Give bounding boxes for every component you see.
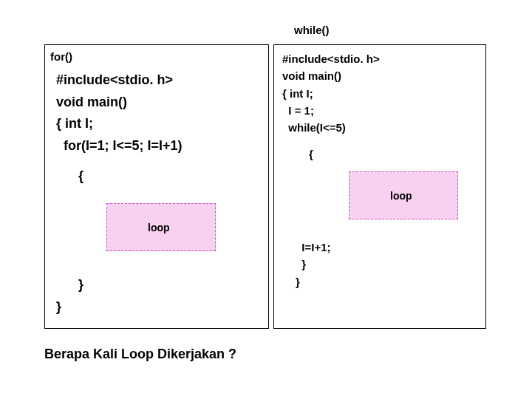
for-header-label: for() (50, 50, 72, 63)
loop-label-for: loop (148, 222, 170, 233)
while-code-text: #include<stdio. h> void main() { int I; … (282, 50, 380, 136)
for-code-text: #include<stdio. h> void main() { int I; … (56, 69, 183, 157)
while-brace-open: { (309, 148, 313, 160)
for-brace-close-outer: } (56, 299, 61, 315)
while-tail-text: I=I+1; } } (296, 239, 331, 290)
while-header-label: while() (294, 24, 330, 36)
loop-label-while: loop (390, 190, 412, 202)
for-brace-open: { (78, 168, 83, 184)
question-text: Berapa Kali Loop Dikerjakan ? (44, 347, 236, 362)
for-brace-close-inner: } (78, 277, 83, 293)
